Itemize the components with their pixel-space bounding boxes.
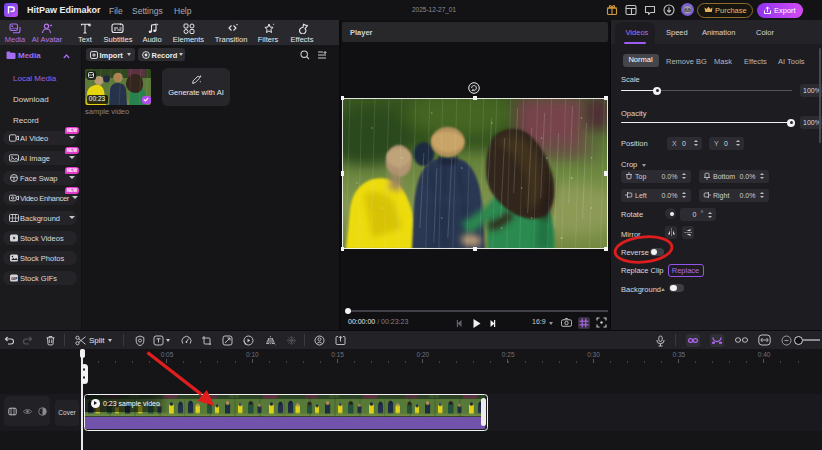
svg-text:GIF: GIF <box>11 276 18 281</box>
